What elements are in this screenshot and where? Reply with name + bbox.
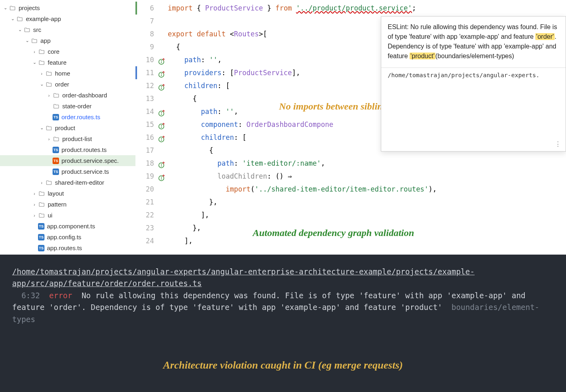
code-line[interactable]: },	[168, 221, 566, 234]
line-number: 6	[135, 2, 168, 15]
tree-label: product.service.ts	[61, 168, 109, 175]
annotation-ci: Architecture violation caught in CI (eg …	[0, 357, 566, 373]
tree-item-app-routes-ts[interactable]: TSapp.routes.ts	[0, 242, 135, 253]
more-actions-icon[interactable]: ⋮	[555, 140, 562, 148]
implements-gutter-icon[interactable]: I	[158, 134, 165, 141]
tree-label: product	[55, 124, 75, 131]
tree-item-order-dashboard[interactable]: ›order-dashboard	[0, 90, 135, 101]
chevron-down-icon[interactable]: ⌄	[24, 38, 30, 43]
chevron-right-icon[interactable]: ›	[46, 137, 52, 141]
tree-item-example-app[interactable]: ⌄example-app	[0, 13, 135, 24]
chevron-down-icon[interactable]: ⌄	[39, 125, 44, 131]
chevron-right-icon[interactable]: ›	[32, 202, 37, 207]
svg-text:I: I	[161, 163, 163, 167]
tree-item-layout[interactable]: ›layout	[0, 188, 135, 199]
line-number: 17	[135, 144, 168, 157]
tree-label: app	[40, 37, 51, 44]
tree-label: product.service.spec.	[61, 157, 119, 164]
tree-label: projects	[19, 4, 40, 11]
folder-icon	[53, 92, 60, 99]
folder-icon	[45, 124, 53, 132]
tooltip-file-path: /home/tomastrajan/projects/angular-exper…	[381, 67, 566, 82]
implements-gutter-icon[interactable]: I	[158, 108, 165, 115]
tree-item-shared-item-editor[interactable]: ›shared-item-editor	[0, 177, 135, 188]
line-number: 24	[135, 234, 168, 247]
tree-item-order-routes-ts[interactable]: TSorder.routes.ts	[0, 112, 135, 122]
code-line[interactable]: path: 'item-editor/:name',	[168, 157, 566, 170]
chevron-right-icon[interactable]: ›	[46, 93, 52, 98]
ts-icon: TS	[53, 147, 59, 153]
terminal-file-link[interactable]: /home/tomastrajan/projects/angular-exper…	[12, 267, 475, 288]
tree-item-product-service-ts[interactable]: TSproduct.service.ts	[0, 166, 135, 177]
svg-text:I: I	[161, 176, 163, 180]
tree-label: product.routes.ts	[61, 146, 107, 153]
tree-item-projects[interactable]: ⌄projects	[0, 2, 135, 13]
chevron-down-icon[interactable]: ⌄	[39, 82, 44, 87]
tree-label: core	[48, 48, 59, 55]
code-line[interactable]: ],	[168, 209, 566, 221]
tree-item-ui[interactable]: ›ui	[0, 210, 135, 221]
line-number: 11I	[135, 66, 168, 79]
ts-icon: TS	[53, 169, 59, 175]
code-editor[interactable]: 678910I11I12I1314I15I16I1718I19I20212223…	[135, 0, 566, 255]
folder-icon	[9, 4, 16, 12]
chevron-right-icon[interactable]: ›	[39, 71, 44, 76]
tree-item-app-component-ts[interactable]: TSapp.component.ts	[0, 221, 135, 232]
svg-text:I: I	[161, 86, 163, 90]
tree-item-product-service-spec-[interactable]: TSproduct.service.spec.	[0, 155, 135, 166]
tree-item-home[interactable]: ›home	[0, 68, 135, 79]
chevron-down-icon[interactable]: ⌄	[2, 5, 8, 11]
tree-label: state-order	[62, 103, 92, 110]
tree-label: order	[55, 81, 69, 88]
line-number: 9	[135, 40, 168, 53]
implements-gutter-icon[interactable]: I	[158, 121, 165, 128]
folder-icon	[38, 59, 45, 66]
tree-item-app[interactable]: ⌄app	[0, 35, 135, 46]
code-line[interactable]: loadChildren: () ⇒	[168, 170, 566, 183]
tree-label: feature	[48, 59, 67, 66]
line-number: 23	[135, 221, 168, 234]
tree-item-order[interactable]: ⌄order	[0, 79, 135, 90]
implements-gutter-icon[interactable]: I	[158, 69, 165, 76]
ts-icon: TS	[38, 245, 44, 251]
implements-gutter-icon[interactable]: I	[158, 82, 165, 89]
line-number: 16I	[135, 131, 168, 144]
implements-gutter-icon[interactable]: I	[158, 160, 165, 167]
tree-label: example-app	[26, 15, 61, 22]
tree-item-product-routes-ts[interactable]: TSproduct.routes.ts	[0, 144, 135, 155]
tree-item-app-config-ts[interactable]: TSapp.config.ts	[0, 232, 135, 242]
tree-label: shared-item-editor	[55, 179, 104, 186]
tree-item-state-order[interactable]: state-order	[0, 101, 135, 112]
tree-item-product-list[interactable]: ›product-list	[0, 133, 135, 144]
tree-item-pattern[interactable]: ›pattern	[0, 199, 135, 210]
ts-icon: TS	[53, 114, 59, 120]
tree-item-core[interactable]: ›core	[0, 46, 135, 57]
code-line[interactable]: import('../shared-item-editor/item-edito…	[168, 183, 566, 196]
chevron-right-icon[interactable]: ›	[39, 180, 44, 185]
eslint-tooltip: ESLint: No rule allowing this dependency…	[381, 16, 566, 152]
tree-item-feature[interactable]: ⌄feature	[0, 57, 135, 68]
chevron-down-icon[interactable]: ⌄	[17, 27, 23, 32]
implements-gutter-icon[interactable]: I	[158, 173, 165, 180]
line-number: 8	[135, 27, 168, 40]
chevron-down-icon[interactable]: ⌄	[32, 60, 37, 65]
tree-item-src[interactable]: ⌄src	[0, 24, 135, 35]
chevron-right-icon[interactable]: ›	[32, 49, 37, 54]
code-line[interactable]: },	[168, 196, 566, 209]
line-number: 7	[135, 15, 168, 27]
line-number: 13	[135, 92, 168, 105]
chevron-right-icon[interactable]: ›	[32, 213, 37, 218]
line-number: 19I	[135, 170, 168, 183]
svg-text:I: I	[161, 124, 163, 129]
chevron-down-icon[interactable]: ⌄	[10, 16, 15, 21]
file-tree[interactable]: ⌄projects⌄example-app⌄src⌄app›core⌄featu…	[0, 0, 135, 255]
implements-gutter-icon[interactable]: I	[158, 56, 165, 63]
tree-item-product[interactable]: ⌄product	[0, 122, 135, 133]
folder-icon	[31, 37, 38, 44]
code-line[interactable]: import { ProductService } from '../produ…	[168, 2, 566, 15]
code-line[interactable]: ],	[168, 234, 566, 247]
chevron-right-icon[interactable]: ›	[32, 191, 37, 196]
tree-label: product-list	[62, 135, 92, 142]
terminal-output[interactable]: /home/tomastrajan/projects/angular-exper…	[0, 255, 566, 392]
folder-icon	[38, 48, 45, 55]
